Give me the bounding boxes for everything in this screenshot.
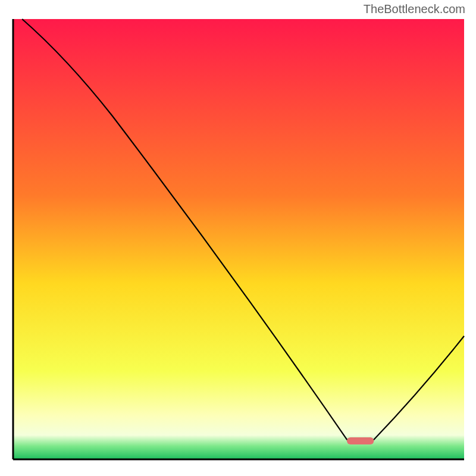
gradient-background — [13, 19, 464, 459]
optimal-range-marker — [347, 437, 374, 444]
bottleneck-chart — [0, 0, 476, 476]
watermark-text: TheBottleneck.com — [364, 2, 465, 16]
